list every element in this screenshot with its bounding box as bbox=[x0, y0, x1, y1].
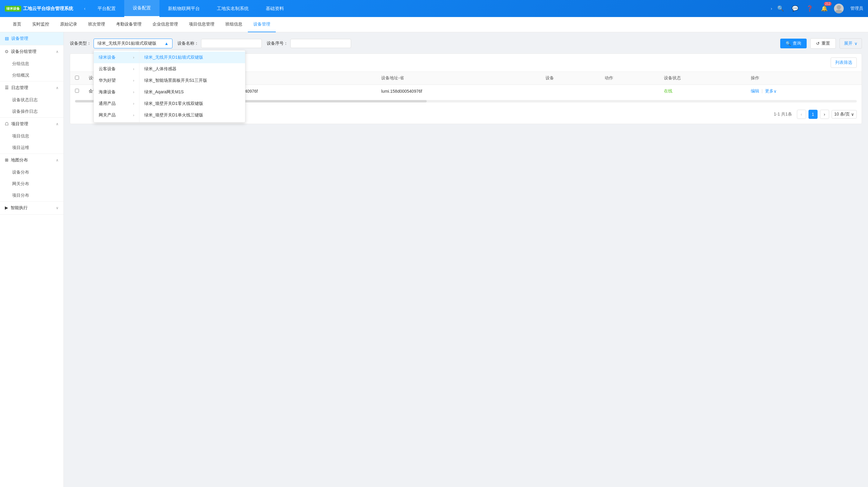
tab-attendance[interactable]: 考勤设备管理 bbox=[111, 17, 147, 32]
sidebar-group-device-group[interactable]: ⊙设备分组管理 ∧ bbox=[0, 45, 63, 58]
pagination-page-1[interactable]: 1 bbox=[808, 110, 817, 119]
chevron-right-icon2: › bbox=[133, 67, 134, 71]
chevron-up-icon: ∧ bbox=[56, 50, 59, 54]
device-type-select-btn[interactable]: 绿米_无线开关D1贴墙式双键版 ▲ bbox=[94, 38, 173, 48]
nav-device-config[interactable]: 设备配置 bbox=[124, 0, 159, 17]
admin-label[interactable]: 管理员 bbox=[850, 6, 863, 11]
reset-button[interactable]: ↺ 重置 bbox=[810, 38, 836, 49]
edit-link[interactable]: 编辑 bbox=[751, 88, 759, 93]
nav-basic[interactable]: 基础资料 bbox=[257, 0, 292, 17]
nav-next-arrow[interactable]: › bbox=[767, 4, 776, 13]
nav-platform[interactable]: 平台配置 bbox=[89, 0, 124, 17]
sidebar-section-map-dist: ⊞地图分布 ∧ 设备分布 网关分布 项目分布 bbox=[0, 154, 63, 202]
sidebar-group-log-mgmt[interactable]: ☰日志管理 ∧ bbox=[0, 82, 63, 94]
expand-button[interactable]: 展开 ∨ bbox=[839, 38, 862, 49]
dropdown-right-item-4[interactable]: 绿米_墙壁开关D1零火线双键版 bbox=[140, 98, 245, 109]
chevron-down-icon: ∨ bbox=[56, 206, 59, 210]
pagination-prev-btn[interactable]: ‹ bbox=[797, 110, 806, 119]
tab-company[interactable]: 企业信息管理 bbox=[147, 17, 183, 32]
sidebar-item-group-overview[interactable]: 分组概况 bbox=[0, 69, 63, 81]
sidebar-item-device-dist[interactable]: 设备分布 bbox=[0, 167, 63, 178]
tab-monitor[interactable]: 实时监控 bbox=[27, 17, 55, 32]
sidebar-item-project-info[interactable]: 项目信息 bbox=[0, 131, 63, 142]
row-device-extra bbox=[540, 85, 600, 98]
notification-icon[interactable]: 🔔 212 bbox=[819, 4, 829, 13]
notification-badge: 212 bbox=[824, 2, 832, 6]
dropdown-left-general[interactable]: 通用产品 › bbox=[94, 98, 139, 109]
tab-home[interactable]: 首页 bbox=[7, 17, 27, 32]
sidebar-group-project-mgmt[interactable]: ☖项目管理 ∧ bbox=[0, 118, 63, 131]
nav-prev-arrow[interactable]: ‹ bbox=[81, 4, 89, 13]
log-mgmt-icon: ☰ bbox=[5, 85, 9, 90]
row-checkbox-cell bbox=[70, 85, 84, 98]
chat-icon[interactable]: 💬 bbox=[790, 4, 800, 13]
pagination-size-select[interactable]: 10 条/页 ∨ bbox=[832, 110, 857, 119]
dropdown-right-item-1[interactable]: 绿米_人体传感器 bbox=[140, 63, 245, 75]
svg-point-0 bbox=[837, 5, 841, 9]
device-mgmt-icon: ▤ bbox=[5, 36, 9, 41]
dropdown-right-item-2[interactable]: 绿米_智能场景面板开关S1三开版 bbox=[140, 75, 245, 86]
device-name-label: 设备名称： bbox=[177, 41, 198, 46]
search-btn-icon: 🔍 bbox=[786, 41, 791, 46]
sidebar-item-group-info[interactable]: 分组信息 bbox=[0, 58, 63, 69]
nav-logistics[interactable]: 新航物联网平台 bbox=[159, 0, 208, 17]
sidebar-item-device-status-log[interactable]: 设备状态日志 bbox=[0, 94, 63, 106]
sidebar-section-device-group: ⊙设备分组管理 ∧ 分组信息 分组概况 bbox=[0, 45, 63, 82]
dropdown-left-lvmi[interactable]: 绿米设备 › bbox=[94, 52, 139, 63]
sidebar-group-map-dist[interactable]: ⊞地图分布 ∧ bbox=[0, 154, 63, 167]
col-device-addr: 设备地址-省 bbox=[376, 72, 540, 85]
dropdown-left-gateway[interactable]: 网关产品 › bbox=[94, 109, 139, 121]
more-link[interactable]: 更多 ∨ bbox=[765, 88, 777, 94]
smart-exec-icon: ▶ bbox=[5, 205, 8, 210]
sidebar-item-project-ops[interactable]: 项目运维 bbox=[0, 142, 63, 153]
sidebar-section-device-mgmt: ▤设备管理 bbox=[0, 32, 63, 45]
dropdown-right-item-3[interactable]: 绿米_Aqara网关M1S bbox=[140, 86, 245, 98]
search-icon[interactable]: 🔍 bbox=[776, 4, 785, 13]
app-logo: 绿米设备 工地云平台综合管理系统 bbox=[5, 6, 73, 11]
row-checkbox[interactable] bbox=[75, 89, 79, 93]
avatar bbox=[834, 4, 844, 13]
sidebar-item-device-op-log[interactable]: 设备操作日志 bbox=[0, 106, 63, 117]
help-icon[interactable]: ❓ bbox=[805, 4, 814, 13]
pagination-size-label: 10 条/页 bbox=[834, 112, 850, 117]
action-divider: | bbox=[762, 88, 763, 93]
device-type-selected: 绿米_无线开关D1贴墙式双键版 bbox=[97, 41, 156, 46]
project-mgmt-icon: ☖ bbox=[5, 121, 9, 126]
top-nav: 绿米设备 工地云平台综合管理系统 ‹ 平台配置 设备配置 新航物联网平台 工地实… bbox=[0, 0, 868, 17]
dropdown-right-panel: 绿米_无线开关D1贴墙式双键版 绿米_人体传感器 绿米_智能场景面板开关S1三开… bbox=[140, 51, 245, 117]
main-layout: ▤设备管理 ⊙设备分组管理 ∧ 分组信息 分组概况 ☰日志管理 ∧ 设备状态日志… bbox=[0, 32, 868, 487]
dropdown-left-haikang[interactable]: 海康设备 › bbox=[94, 86, 139, 98]
device-sn-input[interactable] bbox=[290, 39, 351, 48]
sidebar: ▤设备管理 ⊙设备分组管理 ∧ 分组信息 分组概况 ☰日志管理 ∧ 设备状态日志… bbox=[0, 32, 64, 487]
chevron-right-icon6: › bbox=[133, 113, 134, 117]
select-all-checkbox[interactable] bbox=[75, 76, 79, 80]
device-name-input[interactable] bbox=[201, 39, 262, 48]
tab-project-info[interactable]: 项目信息管理 bbox=[183, 17, 220, 32]
tab-device-mgmt[interactable]: 设备管理 bbox=[248, 17, 276, 32]
dropdown-left-hikvision[interactable]: 华为好望 › bbox=[94, 75, 139, 86]
tab-records[interactable]: 原始记录 bbox=[55, 17, 83, 32]
device-type-label: 设备类型： bbox=[70, 41, 91, 46]
sidebar-group-smart-exec[interactable]: ▶智能执行 ∨ bbox=[0, 202, 63, 214]
device-sn-label: 设备序号： bbox=[267, 41, 288, 46]
list-filter-button[interactable]: 列表筛选 bbox=[831, 57, 857, 68]
logo-text: 工地云平台综合管理系统 bbox=[23, 6, 73, 11]
chevron-right-icon4: › bbox=[133, 90, 134, 94]
device-group-icon: ⊙ bbox=[5, 49, 8, 54]
sidebar-item-gateway-dist[interactable]: 网关分布 bbox=[0, 178, 63, 190]
content-area: 设备类型： 绿米_无线开关D1贴墙式双键版 ▲ 绿米设备 › bbox=[64, 32, 868, 487]
nav-realname[interactable]: 工地实名制系统 bbox=[208, 0, 257, 17]
filter-device-name: 设备名称： bbox=[177, 39, 262, 48]
dropdown-right-item-5[interactable]: 绿米_墙壁开关D1单火线三键版 bbox=[140, 109, 245, 117]
tab-team[interactable]: 班组信息 bbox=[220, 17, 248, 32]
select-arrow-up-icon: ▲ bbox=[164, 41, 168, 46]
filter-actions: 🔍 查询 ↺ 重置 展开 ∨ bbox=[780, 38, 862, 49]
top-nav-items: 平台配置 设备配置 新航物联网平台 工地实名制系统 基础资料 bbox=[89, 0, 767, 17]
dropdown-right-item-0[interactable]: 绿米_无线开关D1贴墙式双键版 bbox=[140, 52, 245, 63]
sidebar-item-project-dist[interactable]: 项目分布 bbox=[0, 190, 63, 201]
pagination-next-btn[interactable]: › bbox=[820, 110, 829, 119]
sidebar-group-device-mgmt[interactable]: ▤设备管理 bbox=[0, 32, 63, 45]
tab-shifts[interactable]: 班次管理 bbox=[83, 17, 111, 32]
dropdown-left-yunku[interactable]: 云客设备 › bbox=[94, 63, 139, 75]
search-button[interactable]: 🔍 查询 bbox=[780, 38, 807, 48]
